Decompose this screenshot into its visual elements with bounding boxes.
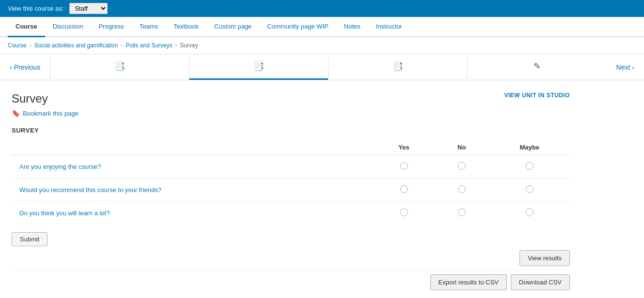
book-icon-1: 📑 xyxy=(114,61,125,72)
question-column-header xyxy=(12,140,374,155)
view-in-studio-link[interactable]: VIEW UNIT IN STUDIO xyxy=(504,92,570,99)
q3-no-cell xyxy=(434,202,489,225)
q2-no-radio[interactable] xyxy=(458,185,466,193)
edit-icon: ✎ xyxy=(534,61,541,72)
survey-section: SURVEY Yes No Maybe Are you enjoying the… xyxy=(12,127,570,294)
q1-yes-radio[interactable] xyxy=(400,162,408,170)
next-button[interactable]: Next › xyxy=(607,56,644,79)
tab-discussion[interactable]: Discussion xyxy=(45,17,91,37)
tab-textbook[interactable]: Textbook xyxy=(166,17,206,37)
q1-no-cell xyxy=(434,155,489,179)
q2-yes-radio[interactable] xyxy=(400,185,408,193)
q3-maybe-cell xyxy=(489,202,570,225)
tab-progress[interactable]: Progress xyxy=(91,17,132,37)
top-bar: View this course as: Staff Student Audit… xyxy=(0,0,644,17)
chevron-right-icon: › xyxy=(632,63,634,71)
unit-tab-2[interactable]: 📑 xyxy=(189,54,328,80)
breadcrumb-social[interactable]: Social activities and gamification xyxy=(34,42,118,49)
q2-maybe-cell xyxy=(489,179,570,202)
content-header: Survey VIEW UNIT IN STUDIO xyxy=(12,92,570,109)
bookmark-link[interactable]: 🔖 Bookmark this page xyxy=(12,109,570,117)
survey-heading: SURVEY xyxy=(12,127,570,134)
q2-yes-cell xyxy=(374,179,434,202)
title-area: Survey xyxy=(12,92,48,109)
main-nav: Course Discussion Progress Teams Textboo… xyxy=(0,17,644,37)
breadcrumb-course[interactable]: Course xyxy=(8,42,27,49)
yes-column-header: Yes xyxy=(374,140,434,155)
q1-yes-cell xyxy=(374,155,434,179)
question-3-text: Do you think you will learn a lot? xyxy=(12,202,374,225)
tab-instructor[interactable]: Instructor xyxy=(368,17,410,37)
tab-custom-page[interactable]: Custom page xyxy=(206,17,259,37)
unit-tab-4[interactable]: ✎ xyxy=(467,54,606,80)
export-csv-button[interactable]: Export results to CSV xyxy=(430,274,507,290)
survey-table: Yes No Maybe Are you enjoying the course… xyxy=(12,140,570,224)
q1-no-radio[interactable] xyxy=(458,162,466,170)
q3-maybe-radio[interactable] xyxy=(526,209,534,216)
content-area: Survey VIEW UNIT IN STUDIO 🔖 Bookmark th… xyxy=(0,80,581,298)
table-row: Do you think you will learn a lot? xyxy=(12,202,570,225)
table-header-row: Yes No Maybe xyxy=(12,140,570,155)
q1-maybe-radio[interactable] xyxy=(526,162,534,170)
book-icon-3: 📑 xyxy=(393,61,403,72)
tab-teams[interactable]: Teams xyxy=(132,17,166,37)
q3-no-radio[interactable] xyxy=(458,209,466,216)
download-csv-button[interactable]: Download CSV xyxy=(511,274,570,290)
tab-notes[interactable]: Notes xyxy=(336,17,368,37)
unit-navigation: ‹ Previous 📑 📑 📑 ✎ Next › xyxy=(0,54,644,80)
view-results-container: View results xyxy=(12,250,570,266)
q1-maybe-cell xyxy=(489,155,570,179)
q2-maybe-radio[interactable] xyxy=(526,185,534,193)
bookmark-icon: 🔖 xyxy=(12,109,20,117)
view-course-as-label: View this course as: xyxy=(8,5,63,12)
chevron-left-icon: ‹ xyxy=(10,63,12,71)
view-as-select[interactable]: Staff Student Audit Honor Verified xyxy=(69,3,108,14)
submit-button[interactable]: Submit xyxy=(12,232,47,246)
table-row: Would you recommend this course to your … xyxy=(12,179,570,202)
unit-tabs: 📑 📑 📑 ✎ xyxy=(50,54,606,80)
previous-button[interactable]: ‹ Previous xyxy=(0,56,50,79)
export-buttons-area: Export results to CSV Download CSV xyxy=(12,270,570,294)
q3-yes-cell xyxy=(374,202,434,225)
page-title: Survey xyxy=(12,92,48,105)
q3-yes-radio[interactable] xyxy=(400,209,408,216)
unit-tab-1[interactable]: 📑 xyxy=(50,54,189,80)
breadcrumb-current: Survey xyxy=(180,42,198,49)
question-1-text: Are you enjoying the course? xyxy=(12,155,374,179)
breadcrumb: Course › Social activities and gamificat… xyxy=(0,37,644,54)
question-2-text: Would you recommend this course to your … xyxy=(12,179,374,202)
book-icon-2: 📑 xyxy=(253,61,264,72)
tab-community-page[interactable]: Community page WIP xyxy=(259,17,336,37)
q2-no-cell xyxy=(434,179,489,202)
table-row: Are you enjoying the course? xyxy=(12,155,570,179)
unit-tab-3[interactable]: 📑 xyxy=(328,54,467,80)
tab-course[interactable]: Course xyxy=(8,17,45,37)
breadcrumb-polls[interactable]: Polls and Surveys xyxy=(126,42,172,49)
view-results-button[interactable]: View results xyxy=(519,250,570,266)
no-column-header: No xyxy=(434,140,489,155)
maybe-column-header: Maybe xyxy=(489,140,570,155)
